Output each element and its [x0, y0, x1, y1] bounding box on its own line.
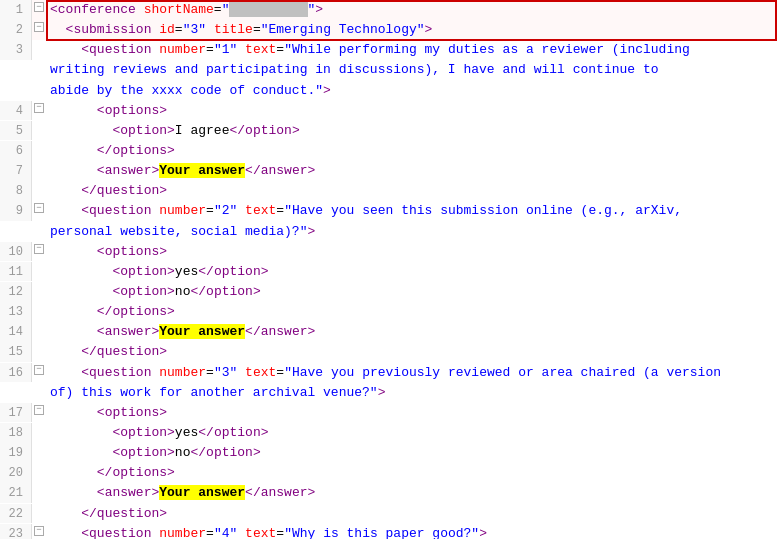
bracket-close: > [167, 123, 175, 138]
line-number-11: 11 [0, 262, 32, 282]
text-yes-1: yes [175, 264, 198, 279]
line-content-19: <option>no</option> [46, 443, 777, 463]
line-13: 13 </options> [0, 302, 777, 322]
fold-icon-17[interactable]: − [34, 405, 44, 415]
space [237, 203, 245, 218]
fold-gutter-10[interactable]: − [32, 242, 46, 254]
fold-gutter-20 [32, 463, 46, 465]
fold-gutter-5 [32, 121, 46, 123]
indent [50, 183, 81, 198]
line-20: 20 </options> [0, 463, 777, 483]
line-number-19: 19 [0, 443, 32, 463]
line-content-23: <question number="4" text="Why is this p… [46, 524, 777, 539]
fold-gutter-8 [32, 181, 46, 183]
tag-question-close-3: question [97, 506, 159, 521]
line-number-23: 23 [0, 524, 32, 539]
bracket: </ [245, 163, 261, 178]
fold-gutter-16[interactable]: − [32, 363, 46, 375]
bracket-close: > [307, 224, 315, 239]
bracket: < [97, 244, 105, 259]
tag-options: options [105, 103, 160, 118]
line-number-17: 17 [0, 403, 32, 423]
bracket: < [97, 163, 105, 178]
tag-answer: answer [105, 163, 152, 178]
line-content-12: <option>no</option> [46, 282, 777, 302]
fold-gutter-19 [32, 443, 46, 445]
fold-icon-23[interactable]: − [34, 526, 44, 536]
fold-icon-10[interactable]: − [34, 244, 44, 254]
bracket: </ [190, 284, 206, 299]
bracket-close: > [167, 304, 175, 319]
line-content-17: <options> [46, 403, 777, 423]
tag-question: question [89, 42, 151, 57]
fold-icon-2[interactable]: − [34, 22, 44, 32]
fold-icon-1[interactable]: − [34, 2, 44, 12]
attr-value-shortname: " " [222, 2, 316, 17]
attr-value-text-2: "Have you seen this submission online (e… [284, 203, 682, 218]
line-number-16: 16 [0, 363, 32, 383]
tag-options-3: options [105, 405, 160, 420]
line-content-1: <conference shortName=" "> [46, 0, 777, 20]
tag-answer-close-3: answer [261, 485, 308, 500]
fold-gutter-23[interactable]: − [32, 524, 46, 536]
fold-gutter-4[interactable]: − [32, 101, 46, 113]
fold-gutter-17[interactable]: − [32, 403, 46, 415]
eq: = [214, 2, 222, 17]
line-7: 7 <answer>Your answer</answer> [0, 161, 777, 181]
tag-answer-2: answer [105, 324, 152, 339]
bracket: < [81, 42, 89, 57]
fold-gutter-9[interactable]: − [32, 201, 46, 213]
answer-highlight-1: Your answer [159, 163, 245, 178]
line-content-9: <question number="2" text="Have you seen… [46, 201, 777, 241]
bracket: </ [97, 465, 113, 480]
fold-gutter-2[interactable]: − [32, 20, 46, 32]
bracket-close: > [167, 264, 175, 279]
fold-gutter-11 [32, 262, 46, 264]
attr-value-number-4: "4" [214, 526, 237, 539]
line-8: 8 </question> [0, 181, 777, 201]
tag-option: option [120, 123, 167, 138]
tag-answer-close-2: answer [261, 324, 308, 339]
bracket-close: > [159, 344, 167, 359]
answer-highlight-2: Your answer [159, 324, 245, 339]
bracket-close: > [159, 183, 167, 198]
line-10: 10 − <options> [0, 242, 777, 262]
eq: = [175, 22, 183, 37]
indent [50, 22, 66, 37]
space [237, 526, 245, 539]
line-5: 5 <option>I agree</option> [0, 121, 777, 141]
tag-question-close-2: question [97, 344, 159, 359]
line-22: 22 </question> [0, 504, 777, 524]
attr-value-text-3b: of) this work for another archival venue… [50, 385, 378, 400]
bracket: < [97, 103, 105, 118]
bracket-close: > [253, 284, 261, 299]
space [237, 42, 245, 57]
tag-options-close-2: options [112, 304, 167, 319]
line-number-2: 2 [0, 20, 32, 40]
line-11: 11 <option>yes</option> [0, 262, 777, 282]
tag-option-2: option [120, 264, 167, 279]
attr-value-text-1: "While performing my duties as a reviewe… [284, 42, 690, 57]
fold-gutter-14 [32, 322, 46, 324]
bracket-close: > [167, 425, 175, 440]
fold-gutter-1[interactable]: − [32, 0, 46, 12]
bracket-close: > [261, 425, 269, 440]
fold-icon-4[interactable]: − [34, 103, 44, 113]
fold-gutter-15 [32, 342, 46, 344]
fold-icon-9[interactable]: − [34, 203, 44, 213]
line-content-2: <submission id="3" title="Emerging Techn… [46, 20, 777, 40]
bracket-close: > [159, 103, 167, 118]
eq: = [276, 365, 284, 380]
line-content-7: <answer>Your answer</answer> [46, 161, 777, 181]
line-content-15: </question> [46, 342, 777, 362]
eq: = [206, 365, 214, 380]
line-4: 4 − <options> [0, 101, 777, 121]
indent [50, 143, 97, 158]
fold-icon-16[interactable]: − [34, 365, 44, 375]
attr-title: title [214, 22, 253, 37]
line-number-7: 7 [0, 161, 32, 181]
tag-option-close-4: option [214, 425, 261, 440]
line-number-20: 20 [0, 463, 32, 483]
indent [50, 203, 81, 218]
fold-gutter-18 [32, 423, 46, 425]
